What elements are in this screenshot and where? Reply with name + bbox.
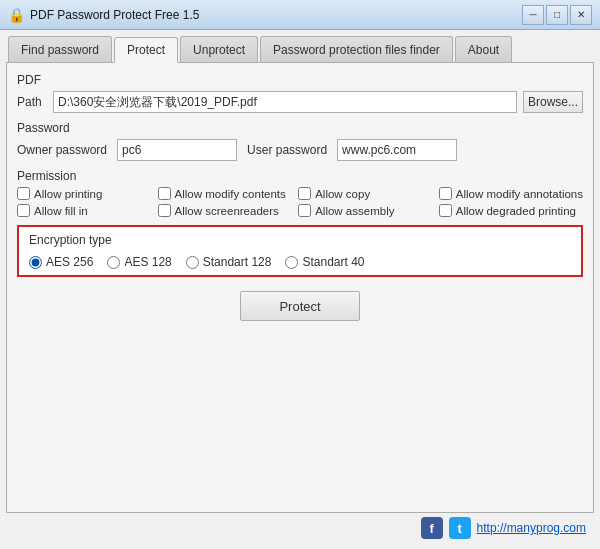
protect-button-row: Protect — [17, 291, 583, 321]
password-row: Owner password User password — [17, 139, 583, 161]
permission-section: Permission Allow printing Allow modify c… — [17, 169, 583, 217]
checkbox-allow-fill-in-label: Allow fill in — [34, 205, 88, 217]
twitter-icon[interactable]: t — [449, 517, 471, 539]
radio-aes256-label: AES 256 — [46, 255, 93, 269]
checkbox-allow-modify-annotations[interactable]: Allow modify annotations — [439, 187, 583, 200]
checkbox-allow-degraded-printing-input[interactable] — [439, 204, 452, 217]
window-title: PDF Password Protect Free 1.5 — [30, 8, 522, 22]
close-button[interactable]: ✕ — [570, 5, 592, 25]
checkbox-allow-modify-annotations-label: Allow modify annotations — [456, 188, 583, 200]
encryption-section: Encryption type AES 256 AES 128 Standart… — [17, 225, 583, 277]
checkbox-allow-copy-input[interactable] — [298, 187, 311, 200]
tab-password-protection-files-finder[interactable]: Password protection files finder — [260, 36, 453, 62]
permission-grid: Allow printing Allow modify contents All… — [17, 187, 583, 217]
encryption-box: Encryption type AES 256 AES 128 Standart… — [17, 225, 583, 277]
checkbox-allow-screenreaders-label: Allow screenreaders — [175, 205, 279, 217]
title-bar: 🔒 PDF Password Protect Free 1.5 ─ □ ✕ — [0, 0, 600, 30]
tab-find-password[interactable]: Find password — [8, 36, 112, 62]
password-section: Password Owner password User password — [17, 121, 583, 161]
checkbox-allow-degraded-printing-label: Allow degraded printing — [456, 205, 576, 217]
checkbox-allow-screenreaders-input[interactable] — [158, 204, 171, 217]
browse-button[interactable]: Browse... — [523, 91, 583, 113]
pdf-section: PDF Path Browse... — [17, 73, 583, 113]
radio-standard128-label: Standart 128 — [203, 255, 272, 269]
user-password-input[interactable] — [337, 139, 457, 161]
radio-aes128-label: AES 128 — [124, 255, 171, 269]
radio-aes256-input[interactable] — [29, 256, 42, 269]
password-section-label: Password — [17, 121, 583, 135]
maximize-button[interactable]: □ — [546, 5, 568, 25]
checkbox-allow-copy-label: Allow copy — [315, 188, 370, 200]
checkbox-allow-fill-in-input[interactable] — [17, 204, 30, 217]
footer: f t http://manyprog.com — [6, 513, 594, 543]
checkbox-allow-degraded-printing[interactable]: Allow degraded printing — [439, 204, 583, 217]
owner-password-input[interactable] — [117, 139, 237, 161]
encryption-section-label: Encryption type — [29, 233, 571, 247]
checkbox-allow-printing-label: Allow printing — [34, 188, 102, 200]
checkbox-allow-modify-annotations-input[interactable] — [439, 187, 452, 200]
radio-standard40-input[interactable] — [285, 256, 298, 269]
app-icon: 🔒 — [8, 7, 24, 23]
pdf-section-label: PDF — [17, 73, 583, 87]
radio-aes128[interactable]: AES 128 — [107, 255, 171, 269]
radio-aes128-input[interactable] — [107, 256, 120, 269]
checkbox-allow-printing[interactable]: Allow printing — [17, 187, 154, 200]
checkbox-allow-modify-contents-input[interactable] — [158, 187, 171, 200]
checkbox-allow-assembly-label: Allow assembly — [315, 205, 394, 217]
tab-protect[interactable]: Protect — [114, 37, 178, 63]
window-controls: ─ □ ✕ — [522, 5, 592, 25]
path-label: Path — [17, 95, 47, 109]
radio-aes256[interactable]: AES 256 — [29, 255, 93, 269]
checkbox-allow-printing-input[interactable] — [17, 187, 30, 200]
user-password-label: User password — [247, 143, 327, 157]
radio-standard40[interactable]: Standart 40 — [285, 255, 364, 269]
radio-standard40-label: Standart 40 — [302, 255, 364, 269]
minimize-button[interactable]: ─ — [522, 5, 544, 25]
path-row: Path Browse... — [17, 91, 583, 113]
checkbox-allow-fill-in[interactable]: Allow fill in — [17, 204, 154, 217]
checkbox-allow-screenreaders[interactable]: Allow screenreaders — [158, 204, 295, 217]
radio-standard128[interactable]: Standart 128 — [186, 255, 272, 269]
checkbox-allow-assembly[interactable]: Allow assembly — [298, 204, 435, 217]
facebook-icon[interactable]: f — [421, 517, 443, 539]
radio-standard128-input[interactable] — [186, 256, 199, 269]
checkbox-allow-copy[interactable]: Allow copy — [298, 187, 435, 200]
tab-unprotect[interactable]: Unprotect — [180, 36, 258, 62]
path-input[interactable] — [53, 91, 517, 113]
main-panel: PDF Path Browse... Password Owner passwo… — [6, 62, 594, 513]
tab-about[interactable]: About — [455, 36, 512, 62]
encryption-radio-row: AES 256 AES 128 Standart 128 Standart 40 — [29, 255, 571, 269]
tab-bar: Find password Protect Unprotect Password… — [6, 36, 594, 62]
owner-password-label: Owner password — [17, 143, 107, 157]
checkbox-allow-modify-contents[interactable]: Allow modify contents — [158, 187, 295, 200]
permission-section-label: Permission — [17, 169, 583, 183]
window-body: Find password Protect Unprotect Password… — [0, 30, 600, 549]
website-link[interactable]: http://manyprog.com — [477, 521, 586, 535]
checkbox-allow-modify-contents-label: Allow modify contents — [175, 188, 286, 200]
protect-button[interactable]: Protect — [240, 291, 360, 321]
checkbox-allow-assembly-input[interactable] — [298, 204, 311, 217]
